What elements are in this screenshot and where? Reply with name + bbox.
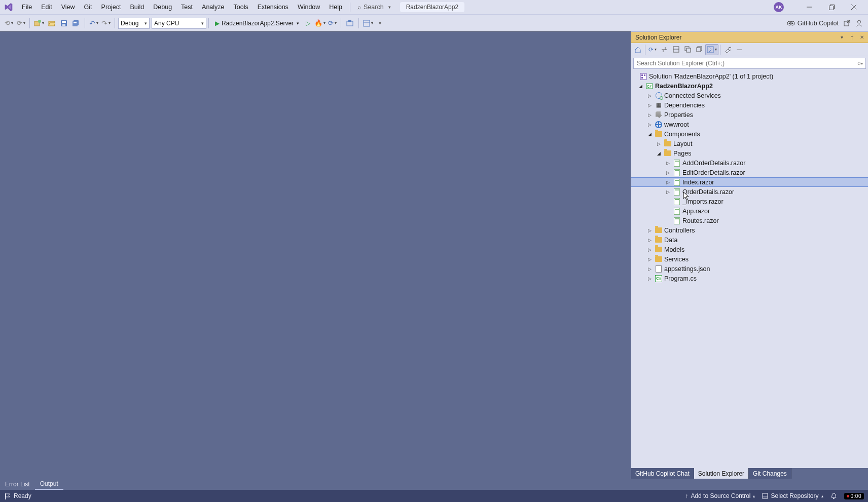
menu-build[interactable]: Build bbox=[125, 0, 149, 14]
razor-file-icon bbox=[673, 207, 681, 215]
tab-output[interactable]: Output bbox=[35, 479, 63, 490]
menu-project[interactable]: Project bbox=[97, 0, 126, 14]
main-menu: File Edit View Git Project Build Debug T… bbox=[17, 0, 347, 14]
save-all-button[interactable] bbox=[70, 18, 82, 29]
solution-search-input[interactable] bbox=[633, 58, 866, 69]
tree-pages[interactable]: ◢ Pages bbox=[631, 148, 868, 158]
nav-back-button[interactable]: ⟲▾ bbox=[3, 18, 14, 29]
menu-debug[interactable]: Debug bbox=[149, 0, 176, 14]
status-flag-icon[interactable] bbox=[4, 493, 11, 499]
browser-link-button[interactable]: ⟳▾ bbox=[327, 18, 338, 29]
solution-tree[interactable]: Solution 'RadzenBlazorApp2' (1 of 1 proj… bbox=[631, 70, 868, 468]
svg-point-25 bbox=[857, 20, 860, 23]
tree-appsettings[interactable]: ▷ appsettings.json bbox=[631, 264, 868, 274]
tree-file-routes[interactable]: Routes.razor bbox=[631, 216, 868, 225]
copilot-button[interactable]: GitHub Copilot bbox=[787, 19, 839, 27]
svg-point-22 bbox=[791, 22, 793, 24]
vs-logo-icon bbox=[3, 2, 14, 13]
toolbar-overflow-button[interactable]: ▾ bbox=[374, 18, 385, 29]
track-active-button[interactable]: ▾ bbox=[705, 44, 718, 55]
start-without-debug-button[interactable]: ▷ bbox=[302, 18, 313, 29]
menu-view[interactable]: View bbox=[57, 0, 80, 14]
window-close-button[interactable] bbox=[843, 0, 865, 14]
hot-reload-button[interactable]: 🔥▾ bbox=[313, 18, 327, 29]
menu-test[interactable]: Test bbox=[176, 0, 197, 14]
tree-connected-services[interactable]: ▷ Connected Services bbox=[631, 91, 868, 100]
tree-program[interactable]: ▷ C# Program.cs bbox=[631, 274, 868, 283]
tab-copilot-chat[interactable]: GitHub Copilot Chat bbox=[631, 468, 694, 479]
tab-error-list[interactable]: Error List bbox=[0, 479, 35, 490]
tree-data[interactable]: ▷ Data bbox=[631, 235, 868, 245]
menu-edit[interactable]: Edit bbox=[37, 0, 57, 14]
new-project-button[interactable]: ▾ bbox=[33, 18, 45, 29]
chevron-down-icon: ▾ bbox=[297, 21, 299, 26]
solution-name-pill[interactable]: RadzenBlazorApp2 bbox=[400, 2, 464, 12]
account-settings-icon[interactable] bbox=[855, 19, 863, 27]
chevron-up-icon: ▴ bbox=[821, 494, 823, 498]
switch-views-button[interactable]: ⟳▾ bbox=[647, 44, 658, 55]
editor-surface[interactable] bbox=[0, 31, 631, 479]
start-debug-button[interactable]: ▶ RadzenBlazorApp2.Server ▾ bbox=[212, 18, 302, 29]
panel-dropdown-button[interactable]: ▾ bbox=[838, 33, 846, 42]
undo-button[interactable]: ↶▾ bbox=[88, 18, 99, 29]
show-all-files-button[interactable] bbox=[694, 44, 705, 55]
tree-controllers[interactable]: ▷ Controllers bbox=[631, 225, 868, 235]
menu-file[interactable]: File bbox=[17, 0, 37, 14]
redo-button[interactable]: ↷▾ bbox=[100, 18, 112, 29]
tree-wwwroot[interactable]: ▷ wwwroot bbox=[631, 120, 868, 129]
solution-icon bbox=[639, 72, 647, 81]
sync-button[interactable] bbox=[670, 44, 681, 55]
razor-file-icon bbox=[673, 198, 681, 206]
nav-fwd-button[interactable]: ⟳▾ bbox=[15, 18, 26, 29]
tree-file-app[interactable]: App.razor bbox=[631, 206, 868, 216]
filter-button[interactable] bbox=[659, 44, 670, 55]
notification-bell-icon[interactable] bbox=[830, 493, 837, 499]
panel-title-bar[interactable]: Solution Explorer ▾ ✕ bbox=[631, 32, 868, 43]
collapse-all-button[interactable] bbox=[682, 44, 693, 55]
config-combo[interactable]: Debug▾ bbox=[118, 18, 150, 29]
ext-button-1[interactable] bbox=[344, 18, 355, 29]
menu-analyze[interactable]: Analyze bbox=[197, 0, 229, 14]
status-bar: Ready ↑ Add to Source Control ▴ Select R… bbox=[0, 490, 868, 502]
menu-git[interactable]: Git bbox=[80, 0, 97, 14]
menu-help[interactable]: Help bbox=[324, 0, 347, 14]
tree-file-imports[interactable]: _Imports.razor bbox=[631, 197, 868, 206]
platform-combo[interactable]: Any CPU▾ bbox=[152, 18, 206, 29]
home-view-button[interactable] bbox=[632, 44, 643, 55]
global-search[interactable]: ⌕ Search ▾ bbox=[353, 0, 395, 14]
preview-button[interactable] bbox=[734, 44, 745, 55]
tree-components[interactable]: ◢ Components bbox=[631, 129, 868, 139]
user-avatar[interactable]: AK bbox=[774, 2, 784, 12]
ext-button-2[interactable]: ▾ bbox=[362, 18, 374, 29]
menu-window[interactable]: Window bbox=[293, 0, 324, 14]
save-button[interactable] bbox=[58, 18, 69, 29]
share-icon[interactable] bbox=[843, 19, 851, 27]
tree-file-orderdetails[interactable]: ▷ OrderDetails.razor bbox=[631, 187, 868, 197]
expand-arrow-icon[interactable]: ◢ bbox=[637, 84, 643, 89]
tree-dependencies[interactable]: ▷ ▦ Dependencies bbox=[631, 100, 868, 110]
window-minimize-button[interactable] bbox=[798, 0, 820, 14]
tree-models[interactable]: ▷ Models bbox=[631, 245, 868, 254]
panel-pin-button[interactable] bbox=[848, 33, 856, 42]
menu-tools[interactable]: Tools bbox=[229, 0, 253, 14]
window-restore-button[interactable] bbox=[820, 0, 843, 14]
tree-file-index[interactable]: ▷ Index.razor bbox=[631, 177, 868, 187]
razor-file-icon bbox=[673, 169, 681, 177]
open-file-button[interactable] bbox=[46, 18, 57, 29]
tab-solution-explorer[interactable]: Solution Explorer bbox=[694, 468, 749, 479]
panel-close-button[interactable]: ✕ bbox=[858, 33, 866, 42]
tree-solution[interactable]: Solution 'RadzenBlazorApp2' (1 of 1 proj… bbox=[631, 71, 868, 81]
panel-footer-tabs: GitHub Copilot Chat Solution Explorer Gi… bbox=[631, 468, 868, 479]
chevron-down-icon: ▾ bbox=[388, 5, 391, 10]
tree-properties[interactable]: ▷ Properties bbox=[631, 110, 868, 120]
properties-button[interactable] bbox=[722, 44, 733, 55]
tree-layout[interactable]: ▷ Layout bbox=[631, 139, 868, 148]
tree-project[interactable]: ◢ C# RadzenBlazorApp2 bbox=[631, 81, 868, 91]
add-source-control-button[interactable]: ↑ Add to Source Control ▴ bbox=[685, 492, 755, 499]
tree-file-addorder[interactable]: ▷ AddOrderDetails.razor bbox=[631, 158, 868, 168]
menu-extensions[interactable]: Extensions bbox=[253, 0, 293, 14]
tab-git-changes[interactable]: Git Changes bbox=[749, 468, 791, 479]
select-repo-button[interactable]: Select Repository ▴ bbox=[762, 492, 823, 499]
tree-file-editorder[interactable]: ▷ EditOrderDetails.razor bbox=[631, 168, 868, 177]
tree-services[interactable]: ▷ Services bbox=[631, 254, 868, 264]
